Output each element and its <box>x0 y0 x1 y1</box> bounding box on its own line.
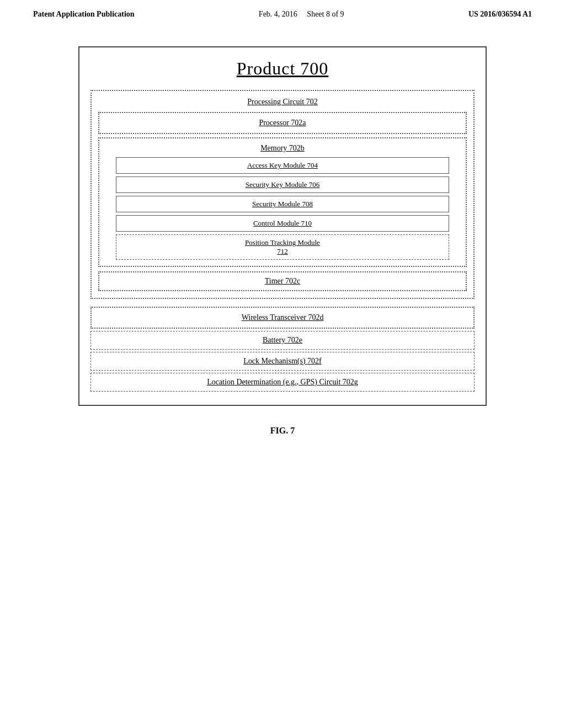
fig-label-text: FIG. 7 <box>270 426 295 435</box>
header-right: US 2016/036594 A1 <box>468 10 532 19</box>
processing-circuit-label: Processing Circuit 702 <box>98 98 467 106</box>
publication-label: Patent Application Publication <box>33 10 135 18</box>
lock-label: Lock Mechanism(s) <box>243 357 307 365</box>
position-tracking-number: 712 <box>277 247 288 255</box>
product-title: Product 700 <box>90 58 475 79</box>
security-module-box: Security Module 708 <box>116 196 449 212</box>
timer-box: Timer 702c <box>98 271 467 291</box>
memory-number: 702b <box>289 144 305 152</box>
header-center: Feb. 4, 2016 Sheet 8 of 9 <box>259 10 344 19</box>
battery-box: Battery 702e <box>90 331 475 350</box>
access-key-module-box: Access Key Module 704 <box>116 157 449 174</box>
access-key-number: 704 <box>307 161 318 169</box>
position-tracking-label: Position Tracking Module <box>245 238 320 247</box>
patent-number-label: US 2016/036594 A1 <box>468 10 532 18</box>
lock-mechanism-box: Lock Mechanism(s) 702f <box>90 352 475 371</box>
header-left: Patent Application Publication <box>33 10 135 19</box>
figure-label: FIG. 7 <box>270 426 295 436</box>
product-number: 700 <box>300 58 328 78</box>
processing-circuit-number: 702 <box>306 98 318 106</box>
processing-circuit-text: Processing Circuit <box>247 98 306 106</box>
control-module-box: Control Module 710 <box>116 215 449 232</box>
location-number: 702g <box>343 378 358 386</box>
processor-number: 702a <box>291 119 306 127</box>
security-key-module-box: Security Key Module 706 <box>116 176 449 193</box>
security-module-number: 708 <box>302 200 313 208</box>
memory-box: Memory 702b Access Key Module 704 Securi… <box>98 137 467 267</box>
battery-label: Battery <box>263 336 287 344</box>
page-header: Patent Application Publication Feb. 4, 2… <box>0 0 565 24</box>
battery-number: 702e <box>287 336 302 344</box>
timer-label: Timer <box>265 277 285 285</box>
location-determination-box: Location Determination (e.g., GPS) Circu… <box>90 373 475 392</box>
wireless-number: 702d <box>308 313 323 322</box>
timer-number: 702c <box>285 277 300 285</box>
processor-box: Processor 702a <box>98 112 467 134</box>
main-content: Product 700 Processing Circuit 702 Proce… <box>0 24 565 447</box>
memory-text: Memory <box>260 144 289 152</box>
date-label: Feb. 4, 2016 <box>259 10 297 18</box>
access-key-label: Access Key Module <box>247 161 307 169</box>
security-module-label: Security Module <box>252 200 302 208</box>
wireless-label: Wireless Transceiver <box>242 313 308 322</box>
product-label: Product <box>237 58 301 78</box>
control-module-label: Control Module <box>253 219 301 227</box>
location-label: Location Determination (e.g., GPS) Circu… <box>207 378 343 386</box>
position-tracking-module-box: Position Tracking Module 712 <box>116 234 449 260</box>
diagram-container: Product 700 Processing Circuit 702 Proce… <box>78 46 487 406</box>
security-key-number: 706 <box>309 180 320 189</box>
control-module-number: 710 <box>301 219 312 227</box>
sheet-label: Sheet 8 of 9 <box>307 10 344 18</box>
lock-number: 702f <box>307 357 322 365</box>
security-key-label: Security Key Module <box>246 180 309 189</box>
processor-label: Processor <box>259 119 291 127</box>
memory-label: Memory 702b <box>105 144 460 153</box>
wireless-transceiver-box: Wireless Transceiver 702d <box>90 307 475 329</box>
processing-circuit-box: Processing Circuit 702 Processor 702a Me… <box>90 90 475 299</box>
